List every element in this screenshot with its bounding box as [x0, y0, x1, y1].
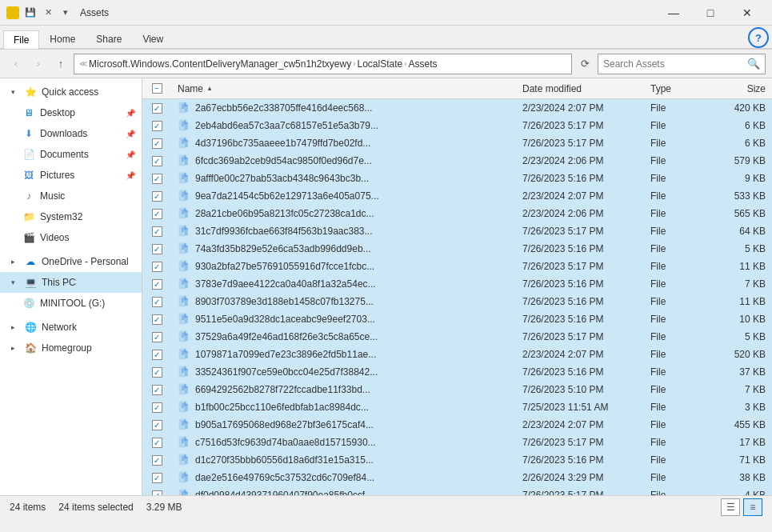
- sidebar-item-music[interactable]: ♪ Music: [0, 186, 142, 206]
- file-row[interactable]: 28a21cbe06b95a8213fc05c27238ca1dc... 2/2…: [142, 205, 772, 222]
- row-checkbox-8[interactable]: [152, 244, 162, 254]
- title-bar: 💾 ✕ ▾ Assets — □ ✕: [0, 0, 772, 26]
- file-row[interactable]: 9511e5e0a9d328dc1aceabc9e9eef2703... 7/2…: [142, 310, 772, 328]
- tab-home[interactable]: Home: [39, 30, 86, 48]
- file-row[interactable]: 31c7df9936fcbae663f84f563b19aac383... 7/…: [142, 222, 772, 240]
- row-checkbox-9[interactable]: [152, 262, 162, 272]
- title-bar-left: 💾 ✕ ▾ Assets: [6, 6, 109, 19]
- row-checkbox-5[interactable]: [152, 191, 162, 202]
- file-row[interactable]: 6694292562b8278f722fccadbe11f33bd... 7/2…: [142, 381, 772, 398]
- row-checkbox-6[interactable]: [152, 209, 162, 219]
- search-input[interactable]: [603, 58, 744, 70]
- sidebar-item-this-pc[interactable]: ▾ 💻 This PC: [0, 272, 142, 293]
- row-checkbox-7[interactable]: [152, 226, 162, 237]
- row-checkbox-10[interactable]: [152, 279, 162, 290]
- maximize-button[interactable]: □: [692, 0, 729, 26]
- row-checkbox-13[interactable]: [152, 332, 162, 342]
- file-row[interactable]: dae2e516e49769c5c37532cd6c709ef84... 2/2…: [142, 469, 772, 486]
- row-checkbox-22[interactable]: [152, 490, 162, 496]
- sidebar-item-onedrive[interactable]: ▸ ☁ OneDrive - Personal: [0, 251, 142, 272]
- sidebar-item-system32[interactable]: 📁 System32: [0, 206, 142, 227]
- file-row[interactable]: 2eb4abd6ea57c3aa7c68157e51e5a3b79... 7/2…: [142, 117, 772, 134]
- row-checkbox-11[interactable]: [152, 297, 162, 307]
- row-checkbox-4[interactable]: [152, 174, 162, 184]
- forward-button[interactable]: ›: [29, 54, 48, 74]
- close-button[interactable]: ✕: [729, 0, 766, 26]
- row-date-16: 7/26/2023 5:10 PM: [516, 384, 644, 395]
- row-checkbox-1[interactable]: [152, 121, 162, 131]
- file-row[interactable]: 930a2bfa27be57691055916d7fcce1fcbc... 7/…: [142, 258, 772, 275]
- header-type[interactable]: Type: [644, 83, 708, 94]
- sidebar-item-desktop[interactable]: 🖥 Desktop 📌: [0, 102, 142, 123]
- minimize-button[interactable]: —: [655, 0, 692, 26]
- row-checkbox-19[interactable]: [152, 438, 162, 448]
- row-checkbox-3[interactable]: [152, 156, 162, 166]
- total-size: 3.29 MB: [146, 502, 182, 513]
- sidebar-item-quick-access[interactable]: ▾ ⭐ Quick access: [0, 82, 142, 102]
- header-date[interactable]: Date modified: [516, 83, 644, 94]
- sidebar-item-videos[interactable]: 🎬 Videos: [0, 227, 142, 248]
- file-row[interactable]: 3783e7d9aee4122ca0a40a8f1a32a54ec... 7/2…: [142, 275, 772, 293]
- header-name[interactable]: Name ▲: [171, 83, 516, 94]
- sidebar-item-downloads[interactable]: ⬇ Downloads 📌: [0, 123, 142, 144]
- sidebar-item-label-quick-access: Quick access: [42, 86, 135, 98]
- file-row[interactable]: df0d0984d439371960407f90ea85fb0ccf... 7/…: [142, 486, 772, 495]
- row-checkbox-0[interactable]: [152, 103, 162, 114]
- file-row[interactable]: 74a3fd35b829e52e6ca53adb996dd9eb... 7/26…: [142, 240, 772, 258]
- file-row[interactable]: 9afff0e00c27bab53acb4348c9643bc3b... 7/2…: [142, 170, 772, 187]
- address-path[interactable]: ≪ Microsoft.Windows.ContentDeliveryManag…: [74, 54, 572, 74]
- help-button[interactable]: ?: [748, 27, 769, 48]
- row-checkbox-18[interactable]: [152, 420, 162, 430]
- tab-file[interactable]: File: [3, 30, 39, 49]
- sidebar-item-network[interactable]: ▸ 🌐 Network: [0, 317, 142, 338]
- row-size-21: 38 KB: [708, 472, 772, 483]
- file-row[interactable]: 37529a6a49f2e46ad168f26e3c5c8a65ce... 7/…: [142, 328, 772, 346]
- row-checkbox-20[interactable]: [152, 455, 162, 466]
- row-date-8: 7/26/2023 5:16 PM: [516, 243, 644, 254]
- file-row[interactable]: 8903f703789e3d188eb1458c07fb13275... 7/2…: [142, 293, 772, 310]
- file-row[interactable]: 9ea7da21454c5b62e129713a6e405a075... 2/2…: [142, 187, 772, 205]
- file-icon-1: [178, 119, 190, 132]
- row-checkbox-15[interactable]: [152, 367, 162, 378]
- sidebar-item-pictures[interactable]: 🖼 Pictures 📌: [0, 165, 142, 186]
- file-icon-19: [178, 436, 190, 449]
- file-row[interactable]: 33524361f907ce59e0bcc04e25d7f38842... 7/…: [142, 363, 772, 381]
- row-date-4: 7/26/2023 5:16 PM: [516, 173, 644, 184]
- sidebar-item-minitool[interactable]: 💿 MINITOOL (G:): [0, 293, 142, 314]
- row-checkbox-21[interactable]: [152, 473, 162, 483]
- sidebar-item-homegroup[interactable]: ▸ 🏠 Homegroup: [0, 338, 142, 358]
- file-row[interactable]: b1fb00c25bcc110e6fedbfab1ac8984dc... 7/2…: [142, 398, 772, 416]
- refresh-button[interactable]: ⟳: [575, 54, 594, 74]
- row-checkbox-2[interactable]: [152, 138, 162, 149]
- header-size[interactable]: Size: [708, 83, 772, 94]
- row-check-13: [142, 332, 171, 342]
- path-part-ls[interactable]: LocalState: [357, 58, 402, 70]
- file-row[interactable]: 2a67ecbb56e2c338705ffe416d4eec568... 2/2…: [142, 99, 772, 117]
- tab-share[interactable]: Share: [86, 30, 132, 48]
- file-row[interactable]: d1c270f35bbb60556d18a6df31e15a315... 7/2…: [142, 451, 772, 469]
- row-type-21: File: [644, 472, 708, 483]
- header-checkbox[interactable]: [152, 83, 162, 94]
- row-checkbox-16[interactable]: [152, 385, 162, 395]
- list-view-button[interactable]: ☰: [721, 498, 740, 516]
- file-row[interactable]: 4d37196bc735aaeee1b7479ffd7be02fd... 7/2…: [142, 134, 772, 152]
- thispc-expand-icon: ▾: [6, 276, 19, 289]
- file-row[interactable]: c7516d53fc9639d74ba0aae8d15715930... 7/2…: [142, 434, 772, 451]
- row-checkbox-14[interactable]: [152, 350, 162, 360]
- file-row[interactable]: b905a17695068ed968e27bf3e6175caf4... 2/2…: [142, 416, 772, 434]
- row-name-8: 74a3fd35b829e52e6ca53adb996dd9eb...: [171, 242, 516, 255]
- path-part-ms[interactable]: Microsoft.Windows.ContentDeliveryManager…: [89, 58, 351, 70]
- file-icon-7: [178, 225, 190, 238]
- up-button[interactable]: ↑: [51, 54, 70, 74]
- sidebar-item-documents[interactable]: 📄 Documents 📌: [0, 144, 142, 165]
- file-row[interactable]: 6fcdc369ab2ceb9d54ac9850f0ed96d7e... 2/2…: [142, 152, 772, 170]
- row-checkbox-12[interactable]: [152, 314, 162, 325]
- row-checkbox-17[interactable]: [152, 402, 162, 413]
- path-part-assets[interactable]: Assets: [409, 58, 438, 70]
- back-button[interactable]: ‹: [6, 54, 26, 74]
- tab-view[interactable]: View: [132, 30, 174, 48]
- row-date-19: 7/26/2023 5:17 PM: [516, 437, 644, 448]
- detail-view-button[interactable]: ≡: [743, 498, 762, 516]
- file-row[interactable]: 1079871a7099ed7e23c3896e2fd5b11ae... 2/2…: [142, 346, 772, 363]
- row-size-9: 11 KB: [708, 261, 772, 272]
